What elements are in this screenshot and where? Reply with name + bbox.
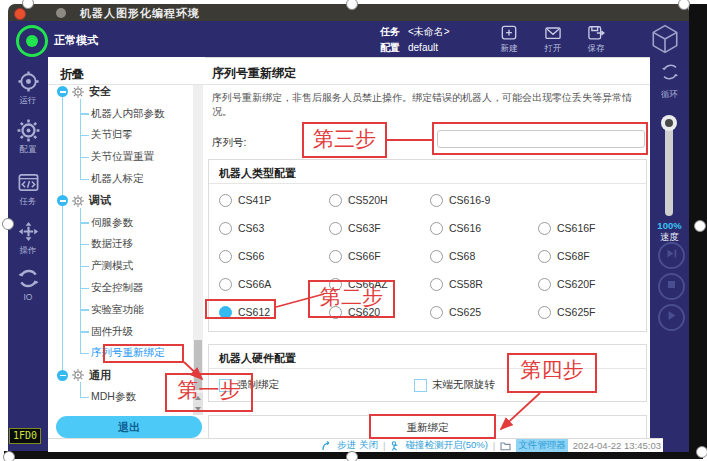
radio-icon — [430, 250, 443, 263]
left-nav-rail: 运行配置任务操作IO — [8, 57, 48, 451]
gear-icon — [72, 86, 84, 98]
tree-connector — [80, 309, 89, 310]
sidebar-item-操作[interactable]: 操作 — [8, 220, 48, 257]
radio-label: CS66A — [238, 278, 271, 290]
sidebar-item-IO[interactable]: IO — [8, 267, 48, 302]
rail-item-label: 操作 — [8, 245, 48, 257]
file-manager-item[interactable]: 文件管理器 — [516, 439, 568, 452]
task-icon — [8, 171, 48, 194]
speed-value: 100% — [650, 220, 689, 231]
radio-label: CS625F — [557, 306, 596, 318]
tree-item[interactable]: 产测模式 — [48, 255, 193, 277]
speed-slider[interactable] — [665, 120, 673, 216]
radio-CS616-9[interactable]: CS616-9 — [430, 194, 538, 207]
radio-CS68[interactable]: CS68 — [430, 250, 538, 263]
task-row: 任务<未命名> — [380, 25, 450, 39]
tree-scrollbar[interactable] — [193, 85, 203, 415]
radio-CS66F[interactable]: CS66F — [329, 250, 430, 263]
radio-CS63[interactable]: CS63 — [219, 222, 329, 235]
tree-item-label: 关节位置重置 — [91, 150, 154, 164]
tree-group[interactable]: 安全 — [48, 81, 193, 103]
loop-control[interactable]: 循环 — [650, 61, 689, 101]
radio-CS625[interactable]: CS625 — [430, 306, 538, 319]
radio-label: CS616-9 — [449, 194, 490, 206]
tree-group[interactable]: 调试 — [48, 190, 193, 212]
tree-item[interactable]: 关节位置重置 — [48, 146, 193, 168]
selection-handle[interactable] — [696, 446, 707, 458]
tree-item[interactable]: 机器人内部参数 — [48, 103, 193, 125]
annotation-box-rebind — [369, 414, 496, 439]
save-button[interactable]: 保存 — [575, 22, 617, 56]
speed-slider-knob[interactable] — [661, 115, 677, 131]
collapse-toggle-icon[interactable] — [57, 195, 68, 206]
tree-item[interactable]: 固件升级 — [48, 321, 193, 343]
config-label: 配置 — [380, 42, 400, 53]
loop-label: 循环 — [661, 89, 678, 99]
radio-CS41P[interactable]: CS41P — [219, 194, 329, 207]
radio-icon — [219, 222, 232, 235]
tree-item-label: 产测模式 — [91, 259, 133, 273]
config-row: 配置default — [380, 41, 438, 55]
tree-item-label: 关节归零 — [91, 128, 133, 142]
tree-item-label: 伺服参数 — [91, 216, 133, 230]
selection-handle[interactable] — [346, 451, 358, 461]
selection-handle[interactable] — [2, 218, 14, 230]
radio-CS58R[interactable]: CS58R — [430, 278, 538, 291]
stop-button[interactable] — [658, 273, 685, 300]
play-button[interactable] — [658, 304, 685, 331]
checkbox-末端无限旋转[interactable]: 末端无限旋转 — [414, 378, 495, 392]
step-forward-button[interactable] — [658, 242, 685, 269]
tree-item[interactable]: 安全控制器 — [48, 277, 193, 299]
radio-icon — [430, 278, 443, 291]
radio-icon — [430, 222, 443, 235]
radio-CS625F[interactable]: CS625F — [538, 306, 646, 319]
radio-CS63F[interactable]: CS63F — [329, 222, 430, 235]
window-close-icon[interactable] — [14, 8, 26, 20]
collapse-toggle-icon[interactable] — [57, 86, 68, 97]
tree-item[interactable]: 机器人标定 — [48, 168, 193, 190]
task-value: <未命名> — [408, 26, 450, 37]
radio-CS616[interactable]: CS616 — [430, 222, 538, 235]
annotation-box-cs612 — [205, 299, 276, 319]
new-button[interactable]: 新建 — [488, 22, 530, 56]
annotation-step2: 第二步 — [308, 280, 395, 318]
window-minimize-icon[interactable] — [56, 8, 66, 18]
robot-type-row: CS41PCS520HCS616-9 — [209, 186, 646, 214]
radio-CS520H[interactable]: CS520H — [329, 194, 430, 207]
tree-connector — [80, 135, 89, 136]
radio-CS620F[interactable]: CS620F — [538, 278, 646, 291]
page-title: 序列号重新绑定 — [212, 65, 296, 82]
gear-icon — [72, 195, 84, 207]
open-file-icon — [543, 23, 563, 43]
radio-icon — [219, 194, 232, 207]
radio-label: CS41P — [238, 194, 271, 206]
sidebar-item-配置[interactable]: 配置 — [8, 119, 48, 156]
sidebar-item-运行[interactable]: 运行 — [8, 70, 48, 107]
radio-CS66[interactable]: CS66 — [219, 250, 329, 263]
tree-item[interactable]: 伺服参数 — [48, 212, 193, 234]
terminal-prompt: 1FD0 — [9, 428, 41, 444]
tree-group-label: 通用 — [89, 368, 111, 383]
radio-label: CS58R — [449, 278, 483, 290]
radio-CS616F[interactable]: CS616F — [538, 222, 646, 235]
step-status[interactable]: 步进 关闭 — [337, 439, 378, 452]
tree-item-label: 实验室功能 — [91, 303, 144, 317]
step-forward-icon — [662, 244, 681, 263]
tree-connector — [80, 353, 89, 354]
tree-item[interactable]: 关节归零 — [48, 125, 193, 147]
annotation-box-serial-input — [432, 122, 648, 155]
open-button[interactable]: 打开 — [532, 22, 574, 56]
radio-icon — [538, 222, 551, 235]
tree-item[interactable]: 实验室功能 — [48, 299, 193, 321]
sidebar-item-任务[interactable]: 任务 — [8, 171, 48, 208]
gear-icon — [8, 119, 48, 142]
exit-button[interactable]: 退出 — [56, 416, 202, 438]
selection-handle[interactable] — [3, 451, 15, 461]
radio-CS68F[interactable]: CS68F — [538, 250, 646, 263]
robot-type-title: 机器人类型配置 — [219, 166, 296, 181]
selection-handle[interactable] — [694, 220, 706, 232]
collapse-toggle-icon[interactable] — [57, 370, 68, 381]
collision-status[interactable]: 碰撞检测开启(50%) — [405, 439, 487, 452]
tree-connector — [80, 397, 89, 398]
tree-item[interactable]: 数据迁移 — [48, 234, 193, 256]
